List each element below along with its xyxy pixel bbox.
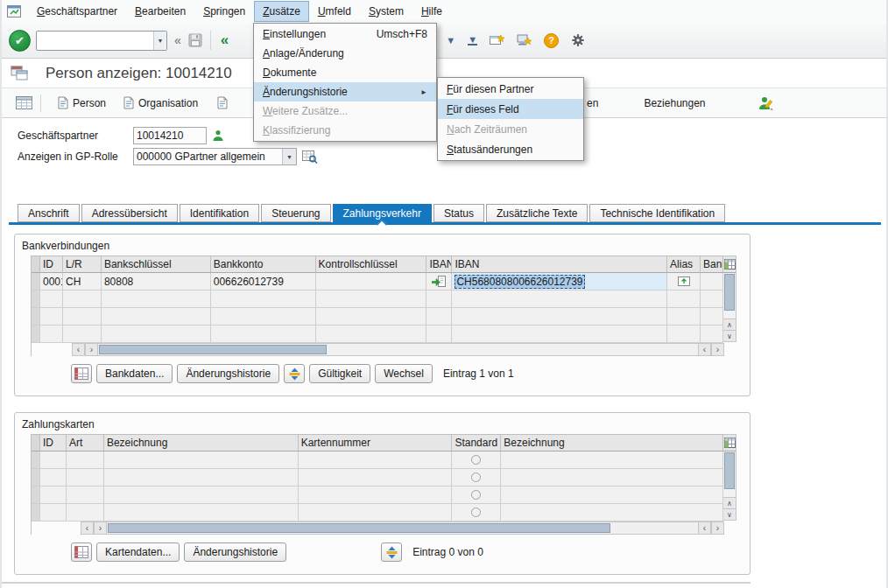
col-bank[interactable]: Bank [701, 256, 723, 273]
cell-iban-button[interactable] [426, 273, 452, 290]
tab-technische-identifikation[interactable]: Technische Identifikation [589, 204, 725, 222]
col-kontrollschluessel[interactable]: Kontrollschlüssel [316, 256, 427, 273]
col-standard[interactable]: Standard [452, 435, 501, 452]
wechsel-button[interactable]: Wechsel [375, 364, 433, 383]
col-kartennummer[interactable]: Kartennummer [299, 435, 453, 452]
aenderungshistorie-button[interactable]: Änderungshistorie [184, 542, 286, 562]
person-button[interactable]: Person [49, 93, 115, 114]
chevron-down-icon[interactable]: ▼ [282, 149, 296, 164]
new-session-icon[interactable] [490, 34, 504, 46]
scroll-thumb[interactable] [108, 523, 610, 533]
position-icon[interactable] [381, 542, 402, 562]
row-selector[interactable] [32, 290, 40, 308]
change-partner-icon[interactable] [758, 96, 774, 110]
tab-zusaetzliche-texte[interactable]: Zusätzliche Texte [486, 204, 588, 222]
tab-status[interactable]: Status [433, 204, 484, 222]
scroll-thumb[interactable] [99, 345, 327, 354]
page-down-icon[interactable]: ▼ [446, 35, 455, 46]
cell-kontrollschluessel[interactable] [316, 273, 427, 290]
row-selector[interactable] [32, 273, 40, 290]
col-bezeichnung[interactable]: Bezeichnung [104, 435, 299, 452]
scroll-right-icon[interactable]: › [94, 522, 107, 535]
scroll-right-icon[interactable]: › [711, 343, 724, 356]
cell-bank[interactable] [701, 273, 723, 290]
kartendaten-button[interactable]: Kartendaten... [96, 542, 180, 562]
menu-zusaetze[interactable]: Zusätze [254, 1, 309, 22]
col-iban[interactable]: IBAN [452, 256, 667, 273]
row-selector[interactable] [32, 469, 40, 486]
scroll-left-icon[interactable]: ‹ [698, 343, 711, 356]
enter-button[interactable]: ✔ [9, 30, 31, 52]
organisation-button[interactable]: Organisation [115, 93, 207, 114]
scroll-left-icon[interactable]: ‹ [72, 343, 85, 356]
col-iban-icon[interactable]: IBAN [426, 256, 452, 273]
row-selector[interactable] [32, 326, 40, 343]
col-bankkonto[interactable]: Bankkonto [211, 256, 316, 273]
scroll-down-icon[interactable]: ∨ [723, 508, 736, 520]
col-bankschluessel[interactable]: Bankschlüssel [102, 256, 211, 273]
row-selector[interactable] [32, 452, 40, 469]
menu-item-einstellungen[interactable]: Einstellungen Umsch+F8 [254, 24, 436, 44]
col-alias[interactable]: Alias [667, 256, 701, 273]
scroll-track[interactable] [723, 273, 736, 318]
menu-bearbeiten[interactable]: Bearbeiten [126, 1, 194, 22]
scroll-down-icon[interactable]: ∨ [723, 330, 736, 341]
scroll-thumb[interactable] [724, 274, 735, 311]
command-input[interactable] [37, 32, 153, 49]
last-page-icon[interactable]: ▼ [468, 35, 477, 46]
col-bezeichnung-2[interactable]: Bezeichnung [501, 435, 723, 452]
menu-item-dokumente[interactable]: Dokumente [254, 63, 436, 82]
cell-id[interactable]: 0001 [40, 273, 63, 290]
menu-geschaeftspartner[interactable]: Geschäftspartner [28, 1, 126, 22]
scroll-right-icon[interactable]: › [85, 343, 98, 356]
create-shortcut-icon[interactable] [517, 34, 532, 46]
scroll-up-icon[interactable]: ∧ [723, 318, 736, 330]
col-art[interactable]: Art [67, 435, 104, 452]
menu-item-statusaenderungen[interactable]: Statusänderungen [438, 139, 583, 159]
row-selector[interactable] [32, 308, 40, 326]
scroll-left-icon[interactable]: ‹ [81, 522, 94, 535]
menu-item-anlage-aenderung[interactable]: Anlage/Änderung [254, 44, 436, 63]
menu-springen[interactable]: Springen [194, 1, 254, 22]
scroll-left-icon[interactable]: ‹ [698, 522, 711, 535]
select-all-cell[interactable] [32, 435, 40, 452]
scroll-right-icon[interactable]: › [711, 522, 724, 535]
menu-umfeld[interactable]: Umfeld [309, 1, 360, 22]
tab-identifikation[interactable]: Identifikation [180, 204, 259, 222]
col-id[interactable]: ID [40, 435, 67, 452]
tab-zahlungsverkehr[interactable]: Zahlungsverkehr [333, 204, 432, 222]
beziehungen-button[interactable]: Beziehungen [635, 93, 714, 114]
back-icon[interactable]: « [219, 32, 230, 49]
menu-item-aenderungshistorie[interactable]: Änderungshistorie ► [254, 82, 436, 102]
table-entries-icon[interactable] [71, 364, 92, 383]
menu-hilfe[interactable]: Hilfe [412, 1, 451, 22]
table-configuration-icon[interactable] [723, 256, 736, 273]
role-search-icon[interactable] [302, 150, 318, 164]
customize-layout-icon[interactable] [571, 33, 585, 47]
cell-bankkonto[interactable]: 006626012739 [211, 273, 316, 290]
scroll-up-icon[interactable]: ∧ [723, 497, 736, 508]
tab-adressuebersicht[interactable]: Adressübersicht [81, 204, 178, 222]
gruppe-button-partial[interactable] [208, 93, 236, 114]
command-field[interactable]: ▼ [36, 31, 167, 51]
table-entries-icon[interactable] [71, 542, 92, 562]
row-selector[interactable] [32, 504, 40, 522]
cell-lr[interactable]: CH [63, 273, 102, 290]
menu-item-fuer-dieses-feld[interactable]: Für dieses Feld [438, 99, 583, 119]
cell-iban[interactable]: CH5680808006626012739 [452, 273, 667, 290]
menu-system[interactable]: System [360, 1, 412, 22]
col-lr[interactable]: L/R [63, 256, 102, 273]
row-selector[interactable] [32, 486, 40, 504]
partial-button-label[interactable]: en [585, 97, 600, 109]
tab-steuerung[interactable]: Steuerung [261, 204, 330, 222]
collapse-command-field-icon[interactable]: « [173, 33, 183, 47]
scroll-track[interactable] [107, 522, 698, 535]
aenderungshistorie-button[interactable]: Änderungshistorie [177, 364, 279, 383]
cell-alias-button[interactable] [667, 273, 701, 290]
table-configuration-icon[interactable] [723, 435, 736, 452]
scroll-thumb[interactable] [724, 452, 735, 489]
col-id[interactable]: ID [40, 256, 63, 273]
scroll-track[interactable] [98, 343, 698, 356]
role-select[interactable]: 000000 GPartner allgemein ▼ [133, 148, 297, 165]
system-menu-icon[interactable] [7, 5, 23, 18]
